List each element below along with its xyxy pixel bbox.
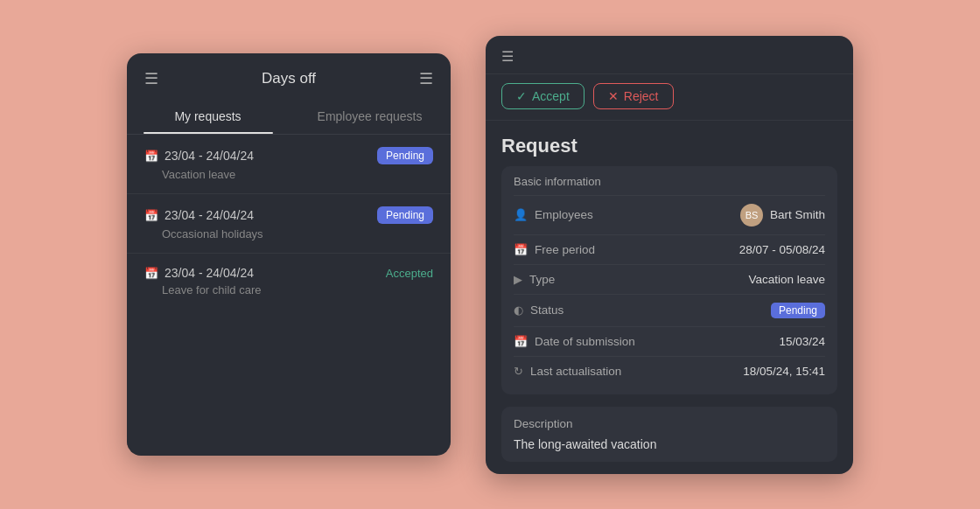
tabs: My requests Employee requests xyxy=(127,101,451,135)
info-row-status: ◐ Status Pending xyxy=(514,295,825,327)
calendar-icon: 📅 xyxy=(144,209,158,222)
description-label: Description xyxy=(514,417,825,430)
field-label-actualisation: ↻ Last actualisation xyxy=(514,365,621,378)
request-date: 📅 23/04 - 24/04/24 xyxy=(144,266,254,280)
right-header: ☰ xyxy=(486,36,853,74)
accept-label: Accept xyxy=(532,89,570,103)
calendar-icon: 📅 xyxy=(144,267,158,280)
person-icon: 👤 xyxy=(514,208,528,221)
info-row-employees: 👤 Employees BS Bart Smith xyxy=(514,196,825,235)
request-type: Occasional holidays xyxy=(162,227,433,241)
request-date: 📅 23/04 - 24/04/24 xyxy=(144,149,254,163)
type-icon: ▶ xyxy=(514,273,522,286)
field-value-type: Vacation leave xyxy=(748,273,825,286)
panel-header: ☰ Days off ☰ xyxy=(127,53,451,101)
field-label-employees: 👤 Employees xyxy=(514,208,593,221)
filter-icon[interactable]: ☰ xyxy=(419,69,433,88)
info-row-free-period: 📅 Free period 28/07 - 05/08/24 xyxy=(514,235,825,265)
field-value-employees: BS Bart Smith xyxy=(740,204,825,227)
list-item[interactable]: 📅 23/04 - 24/04/24 Pending Occasional ho… xyxy=(127,194,451,254)
x-icon: ✕ xyxy=(608,89,619,103)
status-badge: Pending xyxy=(377,147,433,164)
field-label-submission: 📅 Date of submission xyxy=(514,335,635,348)
field-value-status: Pending xyxy=(771,303,825,318)
avatar: BS xyxy=(740,204,763,227)
info-row-actualisation: ↻ Last actualisation 18/05/24, 15:41 xyxy=(514,357,825,386)
field-label-type: ▶ Type xyxy=(514,273,555,286)
action-bar: ✓ Accept ✕ Reject xyxy=(486,74,853,121)
calendar-icon: 📅 xyxy=(514,335,528,348)
refresh-icon: ↻ xyxy=(514,365,523,378)
check-icon: ✓ xyxy=(516,89,527,103)
description-section: Description The long-awaited vacation xyxy=(501,407,837,462)
field-value-actualisation: 18/05/24, 15:41 xyxy=(743,365,825,378)
list-item[interactable]: 📅 23/04 - 24/04/24 Pending Vacation leav… xyxy=(127,135,451,194)
info-row-type: ▶ Type Vacation leave xyxy=(514,265,825,295)
description-text: The long-awaited vacation xyxy=(514,437,825,451)
hamburger-icon[interactable]: ☰ xyxy=(144,69,158,88)
panel-title: Days off xyxy=(262,70,316,87)
calendar-icon: 📅 xyxy=(144,150,158,163)
status-icon: ◐ xyxy=(514,303,523,317)
request-type: Leave for child care xyxy=(162,283,433,296)
reject-label: Reject xyxy=(624,89,659,103)
field-label-free-period: 📅 Free period xyxy=(514,243,595,256)
status-badge: Accepted xyxy=(386,267,433,280)
hamburger-icon[interactable]: ☰ xyxy=(501,49,514,64)
request-type: Vacation leave xyxy=(162,168,433,181)
status-badge: Pending xyxy=(771,303,825,318)
left-panel: ☰ Days off ☰ My requests Employee reques… xyxy=(127,53,451,456)
reject-button[interactable]: ✕ Reject xyxy=(593,83,674,109)
field-value-submission: 15/03/24 xyxy=(779,335,825,348)
tab-employee-requests[interactable]: Employee requests xyxy=(289,101,451,134)
request-date: 📅 23/04 - 24/04/24 xyxy=(144,208,254,222)
basic-info-label: Basic information xyxy=(514,175,825,196)
tab-my-requests[interactable]: My requests xyxy=(127,101,289,134)
list-item[interactable]: 📅 23/04 - 24/04/24 Accepted Leave for ch… xyxy=(127,254,451,309)
field-value-free-period: 28/07 - 05/08/24 xyxy=(739,243,825,256)
basic-info-section: Basic information 👤 Employees BS Bart Sm… xyxy=(501,166,837,394)
accept-button[interactable]: ✓ Accept xyxy=(501,83,584,109)
right-panel: ☰ ✓ Accept ✕ Reject Request Basic inform… xyxy=(486,36,853,474)
field-label-status: ◐ Status xyxy=(514,303,564,317)
request-list: 📅 23/04 - 24/04/24 Pending Vacation leav… xyxy=(127,135,451,309)
calendar-icon: 📅 xyxy=(514,243,528,256)
request-title: Request xyxy=(486,121,853,166)
status-badge: Pending xyxy=(377,206,433,224)
info-row-submission: 📅 Date of submission 15/03/24 xyxy=(514,327,825,357)
